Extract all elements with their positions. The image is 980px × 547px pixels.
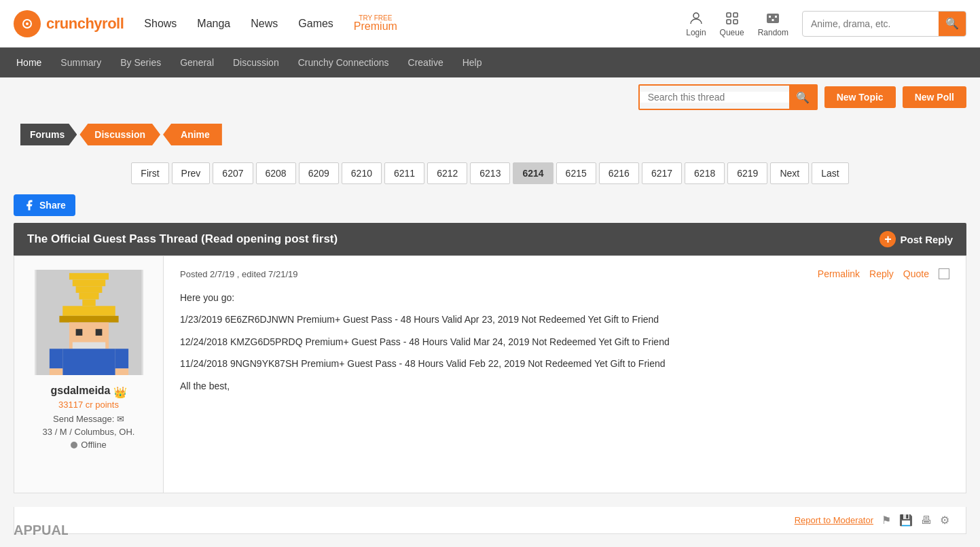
nav-news[interactable]: News — [251, 18, 278, 30]
forum-nav-crunchy-connections[interactable]: Crunchy Connections — [289, 48, 399, 77]
svg-rect-11 — [772, 19, 774, 21]
svg-rect-18 — [62, 306, 115, 316]
svg-rect-13 — [69, 273, 108, 280]
forum-navigation: Home Summary By Series General Discussio… — [0, 48, 980, 77]
global-search-button[interactable]: 🔍 — [939, 11, 966, 37]
new-poll-button[interactable]: New Poll — [903, 86, 966, 108]
watermark: APPUALS — [14, 520, 68, 534]
page-6218[interactable]: 6218 — [685, 162, 725, 184]
page-6213[interactable]: 6213 — [470, 162, 510, 184]
breadcrumb-anime[interactable]: Anime — [163, 124, 222, 145]
quote-label: Quote — [903, 268, 929, 279]
queue-button[interactable]: Queue — [720, 10, 744, 37]
page-6207[interactable]: 6207 — [213, 162, 253, 184]
page-6212[interactable]: 6212 — [427, 162, 467, 184]
page-6219[interactable]: 6219 — [727, 162, 767, 184]
forum-nav-general[interactable]: General — [170, 48, 223, 77]
page-6208[interactable]: 6208 — [256, 162, 296, 184]
flag-icon[interactable]: ⚑ — [882, 514, 891, 527]
breadcrumb-area: Forums Discussion Anime — [0, 117, 980, 152]
post-line-3: 12/24/2018 KMZG6D5PRDQ Premium+ Guest Pa… — [180, 334, 949, 349]
thread-search-input[interactable] — [640, 92, 789, 103]
svg-rect-25 — [49, 349, 62, 368]
avatar-image — [35, 270, 143, 375]
more-icon[interactable]: ⚙ — [940, 514, 949, 527]
svg-rect-21 — [75, 329, 82, 336]
svg-rect-9 — [769, 16, 771, 18]
post-reply-button[interactable]: + Post Reply — [879, 231, 953, 247]
permalink-link[interactable]: Permalink — [818, 268, 860, 279]
page-6217[interactable]: 6217 — [642, 162, 682, 184]
random-button[interactable]: Random — [758, 10, 788, 37]
svg-rect-28 — [115, 368, 128, 375]
page-6210[interactable]: 6210 — [342, 162, 382, 184]
post-line-5: All the best, — [180, 378, 949, 393]
offline-status: Offline — [71, 440, 106, 450]
nav-games[interactable]: Games — [298, 18, 333, 30]
logo-icon — [14, 10, 41, 37]
page-next[interactable]: Next — [770, 162, 809, 184]
svg-point-2 — [26, 22, 29, 25]
breadcrumb-discussion[interactable]: Discussion — [79, 124, 160, 145]
username-row: gsdalmeida 👑 — [50, 385, 126, 400]
breadcrumb-forums[interactable]: Forums — [20, 124, 77, 145]
offline-dot — [71, 442, 77, 448]
forum-nav-creative[interactable]: Creative — [399, 48, 453, 77]
post-actions: Permalink Reply Quote — [818, 268, 949, 279]
nav-manga[interactable]: Manga — [197, 18, 230, 30]
nav-premium[interactable]: TRY FREE Premium — [354, 14, 397, 33]
post-body: Here you go: 1/23/2019 6E6ZR6DJNWN Premi… — [180, 290, 949, 393]
global-search-input[interactable] — [803, 18, 939, 29]
queue-icon — [724, 10, 740, 27]
svg-rect-6 — [727, 20, 731, 24]
thread-title: The Official Guest Pass Thread (Read ope… — [27, 232, 338, 246]
svg-rect-10 — [775, 16, 777, 18]
svg-rect-23 — [72, 342, 105, 349]
thread-search-button[interactable]: 🔍 — [789, 84, 816, 110]
forum-nav-home[interactable]: Home — [7, 48, 51, 77]
svg-rect-22 — [95, 329, 102, 336]
print-icon[interactable]: 🖶 — [921, 514, 932, 527]
send-message[interactable]: Send Message: ✉ — [53, 414, 124, 424]
page-6215[interactable]: 6215 — [556, 162, 596, 184]
forum-nav-discussion[interactable]: Discussion — [223, 48, 289, 77]
svg-rect-5 — [733, 13, 738, 17]
svg-rect-4 — [727, 13, 731, 17]
svg-rect-15 — [75, 286, 102, 293]
avatar — [35, 270, 143, 375]
logo[interactable]: crunchyroll — [14, 10, 124, 37]
forum-nav-summary[interactable]: Summary — [51, 48, 111, 77]
page-6216[interactable]: 6216 — [599, 162, 639, 184]
reply-link[interactable]: Reply — [869, 268, 894, 279]
watermark-logo: APPUALS — [14, 520, 68, 534]
breadcrumb: Forums Discussion Anime — [20, 124, 960, 145]
user-info: 33 / M / Columbus, OH. — [43, 427, 135, 437]
nav-shows[interactable]: Shows — [144, 18, 177, 30]
report-to-moderator[interactable]: Report to Moderator — [795, 515, 873, 525]
page-first[interactable]: First — [131, 162, 168, 184]
page-last[interactable]: Last — [812, 162, 848, 184]
save-icon[interactable]: 💾 — [899, 514, 913, 527]
svg-rect-7 — [733, 20, 738, 24]
facebook-share-button[interactable]: Share — [14, 194, 75, 216]
quote-checkbox[interactable] — [939, 268, 949, 279]
svg-rect-24 — [62, 349, 115, 375]
post-line-1: Here you go: — [180, 290, 949, 305]
forum-nav-help[interactable]: Help — [453, 48, 492, 77]
svg-rect-16 — [79, 293, 98, 300]
post-date: Posted 2/7/19 , edited 7/21/19 — [180, 269, 297, 279]
post-container: gsdalmeida 👑 33117 cr points Send Messag… — [14, 255, 966, 493]
page-6214[interactable]: 6214 — [513, 162, 553, 184]
forum-nav-by-series[interactable]: By Series — [111, 48, 170, 77]
page-6209[interactable]: 6209 — [299, 162, 339, 184]
login-button[interactable]: Login — [686, 10, 706, 37]
new-topic-button[interactable]: New Topic — [824, 86, 896, 108]
page-prev[interactable]: Prev — [172, 162, 211, 184]
pagination: First Prev 6207 6208 6209 6210 6211 6212… — [0, 152, 980, 194]
page-6211[interactable]: 6211 — [384, 162, 424, 184]
top-nav-links: Shows Manga News Games TRY FREE Premium — [144, 14, 686, 33]
post-line-2: 1/23/2019 6E6ZR6DJNWN Premium+ Guest Pas… — [180, 312, 949, 327]
random-icon — [765, 10, 781, 27]
global-search: 🔍 — [802, 11, 966, 37]
logo-text: crunchyroll — [46, 15, 124, 33]
